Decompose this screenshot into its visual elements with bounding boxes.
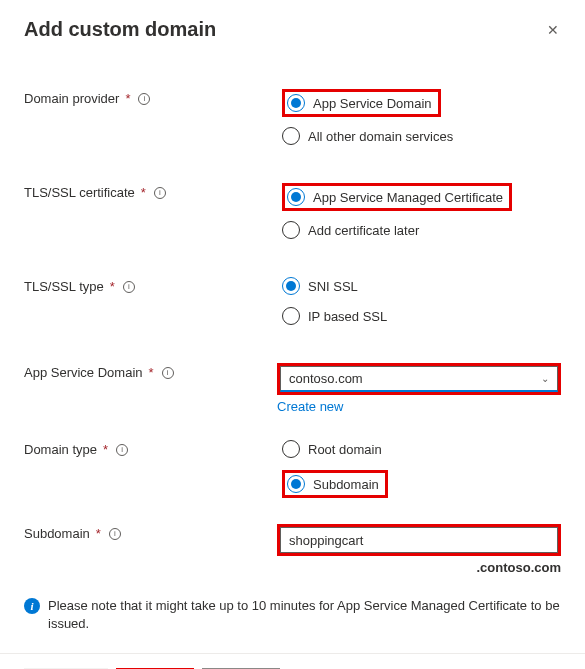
panel-title: Add custom domain [24, 18, 216, 41]
required-mark: * [125, 91, 130, 106]
info-icon: i [24, 598, 40, 614]
create-new-link[interactable]: Create new [277, 399, 343, 414]
subdomain-input[interactable]: shoppingcart [280, 527, 558, 553]
input-value: shoppingcart [289, 533, 363, 548]
chevron-down-icon: ⌄ [541, 373, 549, 384]
info-icon[interactable]: i [123, 281, 135, 293]
highlight-box: shoppingcart [277, 524, 561, 556]
domain-type-label: Domain type [24, 442, 97, 457]
highlight-box: App Service Domain [282, 89, 441, 117]
required-mark: * [141, 185, 146, 200]
app-service-domain-label: App Service Domain [24, 365, 143, 380]
app-service-domain-dropdown[interactable]: contoso.com ⌄ [280, 366, 558, 392]
radio-other-domain-services[interactable] [282, 127, 300, 145]
required-mark: * [103, 442, 108, 457]
radio-ip-ssl[interactable] [282, 307, 300, 325]
note-text: Please note that it might take up to 10 … [48, 597, 561, 633]
radio-subdomain[interactable] [287, 475, 305, 493]
info-icon[interactable]: i [162, 367, 174, 379]
info-icon[interactable]: i [154, 187, 166, 199]
domain-provider-label: Domain provider [24, 91, 119, 106]
radio-label: App Service Domain [313, 96, 432, 111]
subdomain-suffix: .contoso.com [277, 560, 561, 575]
info-icon[interactable]: i [116, 444, 128, 456]
radio-label: IP based SSL [308, 309, 387, 324]
highlight-box: contoso.com ⌄ [277, 363, 561, 395]
tls-cert-label: TLS/SSL certificate [24, 185, 135, 200]
dropdown-value: contoso.com [289, 371, 363, 386]
radio-sni-ssl[interactable] [282, 277, 300, 295]
tls-type-label: TLS/SSL type [24, 279, 104, 294]
required-mark: * [110, 279, 115, 294]
radio-root-domain[interactable] [282, 440, 300, 458]
radio-label: All other domain services [308, 129, 453, 144]
radio-label: Add certificate later [308, 223, 419, 238]
radio-label: SNI SSL [308, 279, 358, 294]
close-icon[interactable]: ✕ [545, 22, 561, 38]
highlight-box: App Service Managed Certificate [282, 183, 512, 211]
radio-label: Root domain [308, 442, 382, 457]
highlight-box: Subdomain [282, 470, 388, 498]
required-mark: * [96, 526, 101, 541]
required-mark: * [149, 365, 154, 380]
radio-label: App Service Managed Certificate [313, 190, 503, 205]
info-icon[interactable]: i [138, 93, 150, 105]
subdomain-label: Subdomain [24, 526, 90, 541]
radio-add-cert-later[interactable] [282, 221, 300, 239]
info-icon[interactable]: i [109, 528, 121, 540]
radio-label: Subdomain [313, 477, 379, 492]
radio-app-service-domain[interactable] [287, 94, 305, 112]
radio-managed-cert[interactable] [287, 188, 305, 206]
